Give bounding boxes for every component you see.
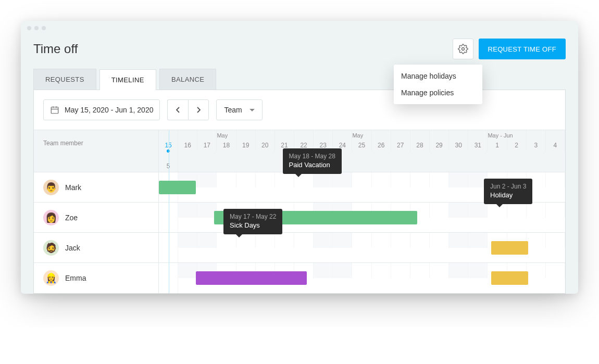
tabs: REQUESTS TIMELINE BALANCE: [21, 69, 578, 90]
member-name: Mark: [65, 183, 81, 192]
day-header-cell: 3: [527, 130, 546, 151]
filter-select[interactable]: Team: [216, 99, 262, 120]
month-label: May: [217, 132, 228, 139]
day-cell: [449, 203, 468, 218]
day-header-cell: 24: [333, 130, 352, 151]
day-cell: [352, 172, 371, 187]
day-header-cell: 23: [314, 130, 333, 151]
traffic-light-max[interactable]: [42, 26, 46, 30]
chevron-left-icon: [176, 106, 181, 114]
day-cell: [314, 263, 333, 278]
day-cell: [449, 172, 468, 187]
tooltip-label: Sick Days: [230, 221, 276, 229]
day-cell: [197, 233, 217, 248]
tab-timeline[interactable]: TIMELINE: [99, 69, 156, 90]
avatar: 👷‍♀️: [43, 270, 59, 286]
day-cell: [430, 172, 449, 187]
traffic-light-close[interactable]: [27, 26, 31, 30]
day-cell: [217, 172, 236, 187]
day-cell: [352, 233, 371, 248]
next-button[interactable]: [188, 99, 209, 120]
avatar: 🧔: [43, 240, 59, 256]
day-header-cell: 17: [197, 130, 217, 151]
day-cell: [430, 203, 449, 218]
filter-label: Team: [224, 106, 242, 114]
days-cell: May 17 - May 22Sick Days: [159, 233, 565, 262]
member-name: Zoe: [65, 214, 78, 222]
window-title-bar: [21, 21, 578, 35]
tooltip-dates: May 17 - May 22: [230, 213, 276, 220]
day-cell: [178, 263, 197, 278]
tooltip-label: Holiday: [490, 191, 526, 199]
tooltip-label: Paid Vacation: [289, 161, 335, 169]
tab-balance[interactable]: BALANCE: [159, 69, 217, 90]
page-title: Time off: [33, 42, 78, 56]
day-header-cell: 21: [275, 130, 294, 151]
member-cell: 👷‍♀️Emma: [34, 263, 159, 293]
day-cell: [178, 233, 197, 248]
day-header-cell: 26: [372, 130, 391, 151]
request-time-off-button[interactable]: REQUEST TIME OFF: [479, 39, 566, 59]
day-header-cell: 27: [391, 130, 410, 151]
day-cell: [527, 233, 546, 248]
day-cell: [468, 233, 488, 248]
day-cell: [468, 203, 488, 218]
menu-manage-policies[interactable]: Manage policies: [394, 84, 482, 101]
day-cell: [178, 203, 197, 218]
day-header-cell: 19: [236, 130, 256, 151]
timeoff-bar[interactable]: [491, 271, 528, 285]
app-window: Time off REQUEST TIME OFF Manage holiday…: [21, 21, 578, 294]
days-cell: [159, 263, 565, 293]
day-cell: [236, 172, 256, 187]
day-cell: [527, 263, 546, 278]
day-cell: [430, 263, 449, 278]
day-header-cell: 31: [468, 130, 488, 151]
timeline-row: 🧔JackMay 17 - May 22Sick Days: [34, 233, 565, 263]
day-cell: [430, 233, 449, 248]
traffic-light-min[interactable]: [34, 26, 39, 30]
day-cell: [275, 233, 294, 248]
timeline: Team member MayMayMay - Jun 151617181920…: [34, 130, 565, 293]
day-cell: [546, 172, 565, 187]
menu-manage-holidays[interactable]: Manage holidays: [394, 68, 482, 84]
timeoff-bar[interactable]: [491, 241, 528, 255]
day-cell: [410, 233, 430, 248]
day-cell: [468, 263, 488, 278]
day-header-cell: 16: [178, 130, 197, 151]
day-cell: [391, 172, 410, 187]
settings-button[interactable]: [453, 39, 473, 59]
date-nav: [167, 99, 209, 120]
day-cell: [391, 263, 410, 278]
tooltip: May 18 - May 28Paid Vacation: [283, 148, 342, 174]
day-cell: [449, 263, 468, 278]
timeoff-bar[interactable]: [196, 271, 307, 285]
chevron-right-icon: [196, 106, 201, 114]
day-header-cell: 30: [449, 130, 468, 151]
day-cell: [333, 233, 352, 248]
chevron-down-icon: [249, 109, 255, 111]
timeoff-bar[interactable]: [159, 181, 196, 194]
month-label: May: [352, 132, 363, 139]
day-cell: [217, 233, 236, 248]
day-cell: [294, 233, 314, 248]
days-header: MayMayMay - Jun 151617181920212223242526…: [159, 130, 565, 172]
day-cell: [314, 233, 333, 248]
day-cell: [352, 263, 371, 278]
member-column-header: Team member: [34, 130, 159, 172]
day-cell: [197, 172, 217, 187]
today-marker-line: [169, 130, 169, 293]
timeline-row: 👩ZoeJun 2 - Jun 3Holiday: [34, 203, 565, 233]
page-header: Time off REQUEST TIME OFF Manage holiday…: [21, 35, 578, 69]
days-cell: Jun 2 - Jun 3Holiday: [159, 203, 565, 232]
settings-dropdown: Manage holidays Manage policies: [394, 65, 482, 104]
date-range-label: May 15, 2020 - Jun 1, 2020: [65, 106, 153, 114]
member-cell: 👨Mark: [34, 172, 159, 202]
month-label: May - Jun: [488, 132, 513, 139]
prev-button[interactable]: [167, 99, 188, 120]
toolbar: May 15, 2020 - Jun 1, 2020 Team: [34, 99, 565, 130]
timeline-row: 👷‍♀️Emma: [34, 263, 565, 293]
tab-requests[interactable]: REQUESTS: [33, 69, 96, 90]
day-header-cell: 28: [410, 130, 430, 151]
date-range-picker[interactable]: May 15, 2020 - Jun 1, 2020: [43, 99, 160, 120]
member-cell: 🧔Jack: [34, 233, 159, 262]
